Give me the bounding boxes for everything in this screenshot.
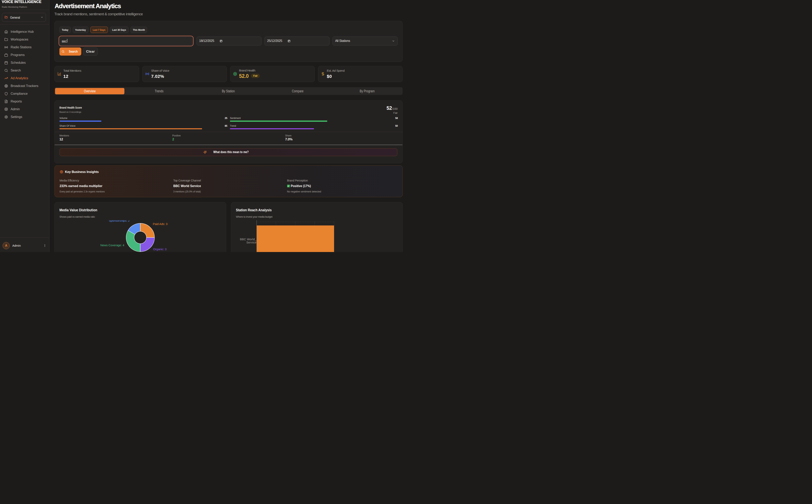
svg-text:Service: Service <box>246 241 256 244</box>
svg-text:BBC World_: BBC World_ <box>240 238 256 241</box>
